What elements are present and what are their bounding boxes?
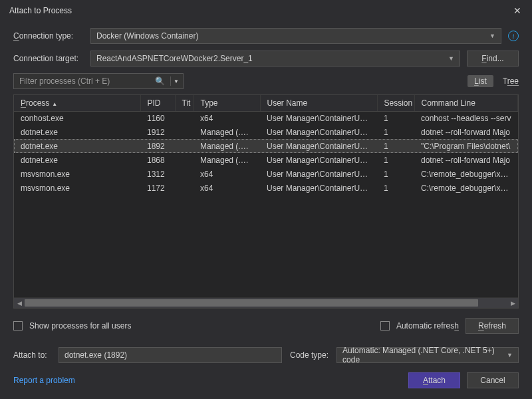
auto-refresh-checkbox[interactable] [380, 321, 390, 331]
attach-button[interactable]: Attach [408, 372, 460, 388]
connection-type-combo[interactable]: Docker (Windows Container) ▼ [90, 28, 501, 44]
cell-sess: 1 [377, 111, 414, 125]
cell-proc: dotnet.exe [14, 139, 140, 153]
table-row[interactable]: conhost.exe1160x64User Manager\Container… [14, 111, 518, 125]
cell-title [175, 139, 194, 153]
refresh-button[interactable]: Refresh [466, 318, 519, 334]
show-all-users-label: Show processes for all users [29, 321, 131, 331]
cell-user: User Manager\ContainerUser [260, 167, 377, 181]
cell-cmd: "C:\Program Files\dotnet\ [414, 139, 518, 153]
table-body: conhost.exe1160x64User Manager\Container… [14, 111, 518, 195]
auto-refresh-label: Automatic refresh [396, 321, 459, 331]
process-table: Process▲ PID Tit Type User Name Session … [13, 94, 519, 309]
cell-type: Managed (.NE... [194, 153, 260, 167]
cell-user: User Manager\ContainerUser [260, 153, 377, 167]
footer: Report a problem Attach Cancel [0, 372, 532, 399]
attach-to-row: Attach to: dotnet.exe (1892) Code type: … [13, 347, 519, 363]
cell-title [175, 153, 194, 167]
chevron-down-icon: ▼ [489, 33, 495, 39]
find-button[interactable]: Find... [467, 51, 519, 66]
divider [170, 76, 171, 86]
code-type-value: Automatic: Managed (.NET Core, .NET 5+) … [342, 346, 513, 364]
cell-pid: 1160 [140, 111, 175, 125]
cancel-button[interactable]: Cancel [467, 372, 519, 388]
cell-pid: 1912 [140, 125, 175, 139]
cell-title [175, 125, 194, 139]
connection-type-value: Docker (Windows Container) [96, 31, 198, 41]
table-row[interactable]: msvsmon.exe1312x64User Manager\Container… [14, 167, 518, 181]
col-title[interactable]: Tit [175, 95, 194, 111]
table-header-row: Process▲ PID Tit Type User Name Session … [14, 95, 518, 111]
cell-proc: dotnet.exe [14, 125, 140, 139]
scroll-left-icon[interactable]: ◀ [14, 300, 25, 307]
filter-placeholder: Filter processes (Ctrl + E) [19, 76, 152, 86]
code-type-label: Code type: [290, 350, 329, 360]
col-process[interactable]: Process▲ [14, 95, 140, 111]
col-pid[interactable]: PID [140, 95, 175, 111]
col-type[interactable]: Type [194, 95, 260, 111]
cell-user: User Manager\ContainerUser [260, 125, 377, 139]
cell-user: User Manager\ContainerUser [260, 181, 377, 195]
code-type-combo[interactable]: Automatic: Managed (.NET Core, .NET 5+) … [336, 347, 519, 363]
options-row: Show processes for all users Automatic r… [13, 318, 519, 334]
title-bar: Attach to Process ✕ [0, 0, 532, 21]
filter-input[interactable]: Filter processes (Ctrl + E) 🔍 ▼ [13, 73, 184, 89]
close-icon[interactable]: ✕ [509, 5, 525, 16]
cell-title [175, 181, 194, 195]
list-view-option[interactable]: List [467, 75, 493, 87]
attach-to-label: Attach to: [13, 350, 51, 360]
cell-type: x64 [194, 167, 260, 181]
scroll-thumb[interactable] [25, 299, 478, 307]
view-toggle: List Tree [467, 75, 519, 87]
connection-target-label: Connection target: [13, 54, 84, 63]
scroll-right-icon[interactable]: ▶ [507, 300, 518, 307]
cell-sess: 1 [377, 167, 414, 181]
attach-to-input[interactable]: dotnet.exe (1892) [59, 347, 282, 363]
cell-cmd: C:\remote_debugger\x64\ [414, 181, 518, 195]
cell-type: x64 [194, 181, 260, 195]
cell-sess: 1 [377, 153, 414, 167]
cell-type: Managed (.NE... [194, 139, 260, 153]
info-icon[interactable]: i [508, 31, 519, 41]
connection-type-row: Connection type: Docker (Windows Contain… [13, 28, 519, 44]
connection-target-row: Connection target: ReactAndASPNETCoreWDo… [13, 51, 519, 66]
filter-row: Filter processes (Ctrl + E) 🔍 ▼ List Tre… [13, 73, 519, 89]
table-row[interactable]: dotnet.exe1868Managed (.NE...User Manage… [14, 153, 518, 167]
cell-title [175, 111, 194, 125]
scroll-track[interactable] [25, 298, 507, 308]
search-icon[interactable]: 🔍 [152, 76, 168, 86]
cell-pid: 1892 [140, 139, 175, 153]
cell-sess: 1 [377, 125, 414, 139]
cell-user: User Manager\ContainerUser [260, 111, 377, 125]
cell-pid: 1312 [140, 167, 175, 181]
col-cmd[interactable]: Command Line [414, 95, 518, 111]
cell-sess: 1 [377, 139, 414, 153]
connection-target-combo[interactable]: ReactAndASPNETCoreWDocker2.Server_1 ▼ [90, 51, 460, 66]
chevron-down-icon[interactable]: ▼ [174, 78, 179, 84]
cell-proc: msvsmon.exe [14, 167, 140, 181]
window-title: Attach to Process [9, 6, 509, 15]
connection-type-label: Connection type: [13, 31, 84, 41]
cell-title [175, 167, 194, 181]
cell-type: Managed (.NE... [194, 125, 260, 139]
cell-proc: dotnet.exe [14, 153, 140, 167]
col-user[interactable]: User Name [260, 95, 377, 111]
cell-proc: msvsmon.exe [14, 181, 140, 195]
col-session[interactable]: Session [377, 95, 414, 111]
cell-cmd: dotnet --roll-forward Majo [414, 125, 518, 139]
cell-user: User Manager\ContainerUser [260, 139, 377, 153]
table-row[interactable]: dotnet.exe1892Managed (.NE...User Manage… [14, 139, 518, 153]
connection-target-value: ReactAndASPNETCoreWDocker2.Server_1 [96, 54, 253, 63]
report-problem-link[interactable]: Report a problem [13, 376, 75, 385]
table-row[interactable]: dotnet.exe1912Managed (.NE...User Manage… [14, 125, 518, 139]
cell-pid: 1172 [140, 181, 175, 195]
cell-sess: 1 [377, 181, 414, 195]
chevron-down-icon: ▼ [448, 55, 454, 62]
show-all-users-checkbox[interactable] [13, 321, 23, 331]
cell-proc: conhost.exe [14, 111, 140, 125]
sort-asc-icon: ▲ [52, 101, 57, 107]
table-row[interactable]: msvsmon.exe1172x64User Manager\Container… [14, 181, 518, 195]
cell-pid: 1868 [140, 153, 175, 167]
tree-view-option[interactable]: Tree [503, 76, 519, 86]
horizontal-scrollbar[interactable]: ◀ ▶ [14, 297, 518, 308]
